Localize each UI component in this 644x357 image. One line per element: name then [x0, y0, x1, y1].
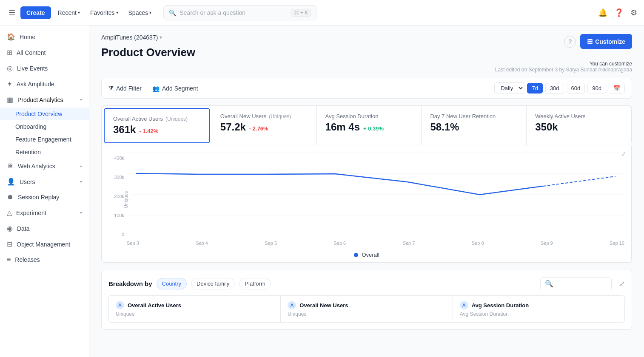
data-icon: ◉ [7, 224, 13, 232]
spaces-button[interactable]: Spaces ▾ [125, 7, 155, 19]
sidebar-item-session-replay[interactable]: ⏺ Session Replay [0, 190, 89, 205]
sidebar-item-retention[interactable]: Retention [0, 146, 89, 159]
y-label-300k: 300k [109, 175, 124, 180]
page-title: Product Overview [101, 46, 195, 59]
breakdown-search-input[interactable] [556, 280, 607, 287]
experiment-icon: △ [7, 209, 12, 217]
breakdown-col-title-1: Overall New Users [299, 302, 348, 309]
app-breadcrumb[interactable]: AmpliTunes (204687) ▾ [101, 34, 162, 41]
x-label-sep8: Sep 8 [472, 241, 484, 246]
chart-area: ⤢ 400k 300k 200k 100k 0 Uniques [102, 145, 632, 263]
add-filter-button[interactable]: ⧩ Add Filter [108, 85, 142, 92]
topbar: ☰ Create Recent ▾ Favorites ▾ Spaces ▾ 🔍… [0, 0, 644, 26]
metric-card-new-users[interactable]: Overall New Users (Uniques) 57.2k - 2.76… [212, 106, 317, 145]
all-content-icon: ⊞ [7, 48, 12, 57]
favorites-button[interactable]: Favorites ▾ [87, 7, 122, 19]
legend-label-overall: Overall [362, 252, 379, 258]
web-analytics-chevron-icon: ▾ [80, 164, 82, 169]
breakdown-col-icon-2: A [460, 301, 468, 309]
web-analytics-icon: 🖥 [7, 162, 14, 170]
breakdown-col-title-2: Avg Session Duration [472, 302, 529, 309]
breakdown-tab-device-family[interactable]: Device family [191, 278, 235, 289]
x-label-sep6: Sep 6 [333, 241, 346, 246]
page-help-icon[interactable]: ? [564, 36, 576, 48]
x-label-sep3: Sep 3 [127, 241, 139, 246]
search-bar[interactable]: 🔍 Search or ask a question ⌘ + K [163, 5, 316, 20]
help-icon[interactable]: ❓ [614, 8, 624, 17]
x-label-sep7: Sep 7 [403, 241, 415, 246]
breakdown-expand-icon[interactable]: ⤢ [619, 280, 625, 288]
menu-icon[interactable]: ☰ [7, 6, 17, 19]
sidebar-item-product-analytics[interactable]: ▦ Product Analytics ▾ [0, 92, 89, 108]
metric-card-weekly-active[interactable]: Weekly Active Users 350k [527, 106, 631, 145]
sidebar-item-releases[interactable]: ≡ Releases [0, 252, 89, 267]
calendar-button[interactable]: 📅 [609, 83, 625, 94]
sidebar-item-web-analytics[interactable]: 🖥 Web Analytics ▾ [0, 159, 89, 174]
home-icon: 🏠 [7, 33, 15, 41]
breakdown-tab-platform[interactable]: Platform [239, 278, 271, 289]
sidebar-item-live-events[interactable]: ◎ Live Events [0, 60, 89, 76]
x-label-sep9: Sep 9 [541, 241, 553, 246]
breakdown-section: Breakdown by Country Device family Platf… [101, 270, 632, 330]
customize-button[interactable]: ⊞ Customize [580, 34, 632, 49]
sidebar-item-data[interactable]: ◉ Data [0, 221, 89, 236]
topbar-right: 🔔 ❓ ⚙ [598, 8, 637, 17]
sidebar-item-object-management[interactable]: ⊟ Object Management [0, 236, 89, 252]
edit-info: You can customize Last edited on Septemb… [495, 61, 632, 73]
product-analytics-chevron-icon: ▾ [80, 97, 82, 102]
metric-card-session-duration[interactable]: Avg Session Duration 16m 4s + 0.39% [317, 106, 422, 145]
sidebar-item-product-overview[interactable]: Product Overview [0, 108, 89, 120]
y-label-0: 0 [109, 232, 124, 237]
create-button[interactable]: Create [20, 6, 51, 19]
settings-icon[interactable]: ⚙ [630, 8, 637, 17]
recent-button[interactable]: Recent ▾ [54, 7, 83, 19]
daily-select[interactable]: Daily [494, 82, 524, 94]
y-label-100k: 100k [109, 213, 124, 218]
filter-right: Daily 7d 30d 60d 90d 📅 [494, 82, 625, 94]
time-7d-button[interactable]: 7d [527, 83, 542, 94]
add-segment-button[interactable]: 👥 Add Segment [152, 85, 198, 92]
recent-chevron-icon: ▾ [78, 10, 80, 15]
chart-container: Overall Active Users (Uniques) 361k - 1.… [101, 105, 632, 263]
breadcrumb-chevron-icon: ▾ [160, 34, 162, 40]
object-management-icon: ⊟ [7, 240, 12, 248]
breakdown-search-icon: 🔍 [545, 280, 553, 288]
chart-legend: Overall [109, 247, 624, 262]
users-icon: 👤 [7, 178, 15, 186]
session-replay-icon: ⏺ [7, 193, 14, 201]
sidebar-item-ask-amplitude[interactable]: ✦ Ask Amplitude [0, 76, 89, 92]
x-label-sep10: Sep 10 [610, 241, 624, 246]
notification-icon[interactable]: 🔔 [598, 8, 607, 17]
sidebar-item-all-content[interactable]: ⊞ All Content [0, 45, 89, 60]
spaces-chevron-icon: ▾ [149, 10, 151, 15]
time-30d-button[interactable]: 30d [545, 83, 564, 94]
experiment-chevron-icon: ▾ [80, 210, 82, 215]
main-layout: 🏠 Home ⊞ All Content ◎ Live Events ✦ Ask… [0, 26, 644, 357]
y-axis-label: Uniques [123, 191, 128, 208]
sidebar-item-experiment[interactable]: △ Experiment ▾ [0, 205, 89, 221]
metric-card-day7-retention[interactable]: Day 7 New User Retention 58.1% [422, 106, 527, 145]
x-label-sep4: Sep 4 [196, 241, 208, 246]
breakdown-col-icon-1: A [288, 301, 296, 309]
breakdown-col-sub-1: Uniques [288, 311, 445, 317]
breakdown-col-sub-0: Uniques [116, 311, 274, 317]
time-60d-button[interactable]: 60d [567, 83, 585, 94]
sidebar-item-onboarding[interactable]: Onboarding [0, 120, 89, 133]
releases-icon: ≡ [7, 256, 11, 264]
time-90d-button[interactable]: 90d [587, 83, 606, 94]
sidebar-item-home[interactable]: 🏠 Home [0, 29, 89, 45]
breakdown-search[interactable]: 🔍 [540, 277, 612, 290]
breakdown-tab-country[interactable]: Country [157, 278, 187, 289]
breakdown-columns: A Overall Active Users Uniques A Overall… [108, 295, 625, 323]
page-header-right: ? ⊞ Customize [564, 34, 632, 49]
sidebar-item-feature-engagement[interactable]: Feature Engagement [0, 133, 89, 146]
x-label-sep5: Sep 5 [265, 241, 277, 246]
filter-divider [147, 84, 147, 93]
customize-icon: ⊞ [587, 37, 593, 45]
segment-icon: 👥 [152, 85, 160, 92]
favorites-chevron-icon: ▾ [116, 10, 118, 15]
metric-card-active-users[interactable]: Overall Active Users (Uniques) 361k - 1.… [104, 108, 210, 143]
chart-svg [127, 152, 624, 237]
sidebar-item-users[interactable]: 👤 Users ▾ [0, 174, 89, 190]
users-chevron-icon: ▾ [80, 179, 82, 184]
